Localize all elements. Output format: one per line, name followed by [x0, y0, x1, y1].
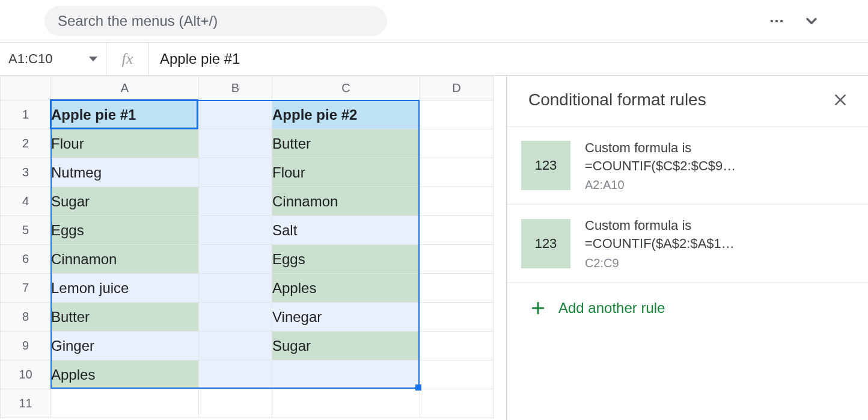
cell-B1[interactable]: [199, 100, 272, 129]
rule-condition-label: Custom formula is: [585, 217, 854, 235]
add-another-rule-label: Add another rule: [558, 300, 665, 317]
format-rule-0[interactable]: 123Custom formula is=COUNTIF($C$2:$C$9…A…: [507, 126, 868, 204]
name-box-dropdown-icon[interactable]: [89, 57, 97, 61]
cell-D8[interactable]: [420, 303, 494, 332]
cell-C6[interactable]: Eggs: [272, 245, 420, 274]
cell-A8[interactable]: Butter: [51, 303, 199, 332]
rule-formula: =COUNTIF($C$2:$C$9…: [585, 157, 854, 175]
cell-C10[interactable]: [272, 360, 420, 389]
name-box-value: A1:C10: [8, 51, 89, 67]
rule-condition-label: Custom formula is: [585, 139, 854, 157]
formula-bar-value: Apple pie #1: [160, 51, 240, 67]
cell-A3[interactable]: Nutmeg: [51, 158, 199, 187]
column-header-A[interactable]: A: [51, 76, 199, 100]
svg-point-1: [775, 20, 778, 23]
cell-D3[interactable]: [420, 158, 494, 187]
rule-swatch: 123: [521, 219, 570, 268]
cell-C3[interactable]: Flour: [272, 158, 420, 187]
cell-B8[interactable]: [199, 303, 272, 332]
cell-C7[interactable]: Apples: [272, 274, 420, 303]
cell-C11[interactable]: [272, 389, 420, 418]
cell-A11[interactable]: [51, 389, 199, 418]
cell-D4[interactable]: [420, 187, 494, 216]
cell-A9[interactable]: Ginger: [51, 332, 199, 360]
row-header-8[interactable]: 8: [1, 303, 51, 332]
cell-D2[interactable]: [420, 129, 494, 158]
row-header-1[interactable]: 1: [1, 100, 51, 129]
formula-bar-input[interactable]: Apple pie #1: [149, 43, 868, 75]
cell-B7[interactable]: [199, 274, 272, 303]
cell-A5[interactable]: Eggs: [51, 216, 199, 245]
cell-D7[interactable]: [420, 274, 494, 303]
row-header-5[interactable]: 5: [1, 216, 51, 245]
cell-B2[interactable]: [199, 129, 272, 158]
column-header-B[interactable]: B: [199, 76, 272, 100]
row-header-6[interactable]: 6: [1, 245, 51, 274]
cell-A10[interactable]: Apples: [51, 360, 199, 389]
row-header-9[interactable]: 9: [1, 332, 51, 360]
cell-D1[interactable]: [420, 100, 494, 129]
column-header-C[interactable]: C: [272, 76, 420, 100]
row-header-4[interactable]: 4: [1, 187, 51, 216]
add-another-rule-button[interactable]: Add another rule: [507, 283, 868, 333]
cell-D5[interactable]: [420, 216, 494, 245]
search-menus-input[interactable]: Search the menus (Alt+/): [44, 6, 387, 36]
cell-A6[interactable]: Cinnamon: [51, 245, 199, 274]
cell-D10[interactable]: [420, 360, 494, 389]
column-header-D[interactable]: D: [420, 76, 494, 100]
fx-label: fx: [106, 50, 148, 68]
close-icon[interactable]: [830, 89, 851, 111]
cell-A7[interactable]: Lemon juice: [51, 274, 199, 303]
chevron-down-icon[interactable]: [799, 9, 824, 33]
cell-C5[interactable]: Salt: [272, 216, 420, 245]
format-rule-1[interactable]: 123Custom formula is=COUNTIF($A$2:$A$1…C…: [507, 204, 868, 282]
cell-A4[interactable]: Sugar: [51, 187, 199, 216]
conditional-format-panel: Conditional format rules 123Custom formu…: [506, 76, 868, 420]
cell-B3[interactable]: [199, 158, 272, 187]
cell-C8[interactable]: Vinegar: [272, 303, 420, 332]
svg-point-2: [780, 20, 783, 23]
cell-A1[interactable]: Apple pie #1: [51, 100, 199, 129]
cell-B9[interactable]: [199, 332, 272, 360]
rule-text: Custom formula is=COUNTIF($A$2:$A$1…C2:C…: [585, 217, 854, 270]
more-icon[interactable]: [765, 9, 789, 33]
cell-B6[interactable]: [199, 245, 272, 274]
cell-B11[interactable]: [199, 389, 272, 418]
row-header-7[interactable]: 7: [1, 274, 51, 303]
row-header-3[interactable]: 3: [1, 158, 51, 187]
cell-A2[interactable]: Flour: [51, 129, 199, 158]
row-header-11[interactable]: 11: [1, 389, 51, 418]
cell-B5[interactable]: [199, 216, 272, 245]
cell-C9[interactable]: Sugar: [272, 332, 420, 360]
plus-icon: [528, 298, 548, 318]
rule-formula: =COUNTIF($A$2:$A$1…: [585, 235, 854, 253]
rule-text: Custom formula is=COUNTIF($C$2:$C$9…A2:A…: [585, 139, 854, 192]
rule-range: C2:C9: [585, 256, 854, 270]
row-header-2[interactable]: 2: [1, 129, 51, 158]
rule-range: A2:A10: [585, 178, 854, 192]
rule-swatch: 123: [521, 141, 570, 190]
row-header-10[interactable]: 10: [1, 360, 51, 389]
cell-C4[interactable]: Cinnamon: [272, 187, 420, 216]
search-menus-placeholder: Search the menus (Alt+/): [58, 13, 218, 29]
svg-point-0: [771, 20, 774, 23]
select-all-corner[interactable]: [1, 76, 51, 100]
cell-D11[interactable]: [420, 389, 494, 418]
spreadsheet-grid[interactable]: ABCD1Apple pie #1Apple pie #22FlourButte…: [0, 76, 506, 420]
panel-title: Conditional format rules: [528, 90, 830, 110]
cell-B4[interactable]: [199, 187, 272, 216]
name-box[interactable]: A1:C10: [0, 43, 106, 75]
cell-D9[interactable]: [420, 332, 494, 360]
cell-C1[interactable]: Apple pie #2: [272, 100, 420, 129]
cell-C2[interactable]: Butter: [272, 129, 420, 158]
cell-B10[interactable]: [199, 360, 272, 389]
cell-D6[interactable]: [420, 245, 494, 274]
